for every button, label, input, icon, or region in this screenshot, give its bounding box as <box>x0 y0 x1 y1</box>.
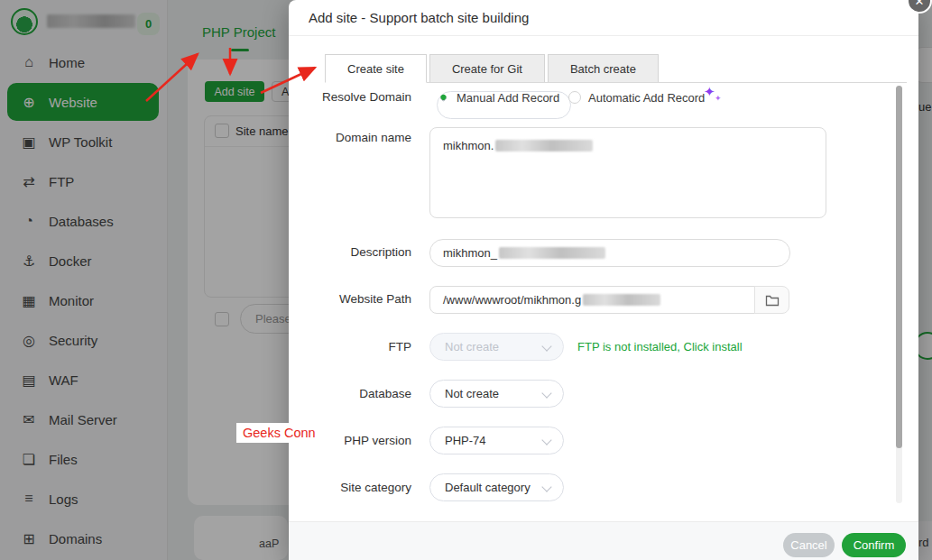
tab-create-site[interactable]: Create site <box>325 54 427 83</box>
radio-manual-label[interactable]: Manual Add Record <box>457 91 559 105</box>
redacted-text <box>583 294 660 306</box>
resolve-domain-label: Resolve Domain <box>312 90 411 104</box>
scrollbar-thumb[interactable] <box>896 86 902 448</box>
add-site-dialog: Add site - Support batch site building ✕… <box>289 0 918 560</box>
watermark-label: Geeks Conn <box>236 423 322 443</box>
browse-path-button[interactable] <box>754 286 789 314</box>
ftp-install-link[interactable]: FTP is not installed, Click install <box>577 340 743 353</box>
website-path-label: Website Path <box>312 292 411 306</box>
database-label: Database <box>312 387 411 400</box>
database-select[interactable]: Not create <box>429 380 564 408</box>
php-version-label: PHP version <box>312 434 411 447</box>
tab-batch-create[interactable]: Batch create <box>548 54 659 82</box>
redacted-text <box>495 140 593 151</box>
domain-name-label: Domain name <box>312 131 411 144</box>
ai-sparkle-icon: ✦ <box>704 84 715 100</box>
ai-sparkle-icon: ✦ <box>715 94 722 103</box>
redacted-text <box>499 247 605 259</box>
ftp-select[interactable]: Not create <box>429 333 564 361</box>
dialog-tabs: Create site Create for Git Batch create <box>325 54 907 83</box>
domain-name-textarea[interactable]: mikhmon. <box>429 127 826 218</box>
website-path-input[interactable]: /www/wwwroot/mikhmon.g <box>429 286 755 314</box>
dialog-header: Add site - Support batch site building <box>289 0 918 36</box>
tab-create-for-git[interactable]: Create for Git <box>429 54 545 82</box>
description-input[interactable]: mikhmon_ <box>429 239 790 267</box>
dialog-footer: Cancel Confirm <box>289 521 918 560</box>
dialog-scrollbar[interactable] <box>896 86 902 503</box>
radio-automatic-label[interactable]: Automatic Add Record <box>588 91 705 105</box>
dialog-title: Add site - Support batch site building <box>309 10 529 25</box>
confirm-button[interactable]: Confirm <box>842 533 906 557</box>
php-version-select[interactable]: PHP-74 <box>429 427 564 454</box>
site-category-select[interactable]: Default category <box>429 473 564 501</box>
ftp-label: FTP <box>312 340 411 353</box>
folder-icon <box>765 294 780 307</box>
cancel-button[interactable]: Cancel <box>783 533 835 557</box>
radio-automatic-add-record[interactable] <box>568 91 581 104</box>
site-category-label: Site category <box>312 481 411 494</box>
description-label: Description <box>312 245 411 259</box>
